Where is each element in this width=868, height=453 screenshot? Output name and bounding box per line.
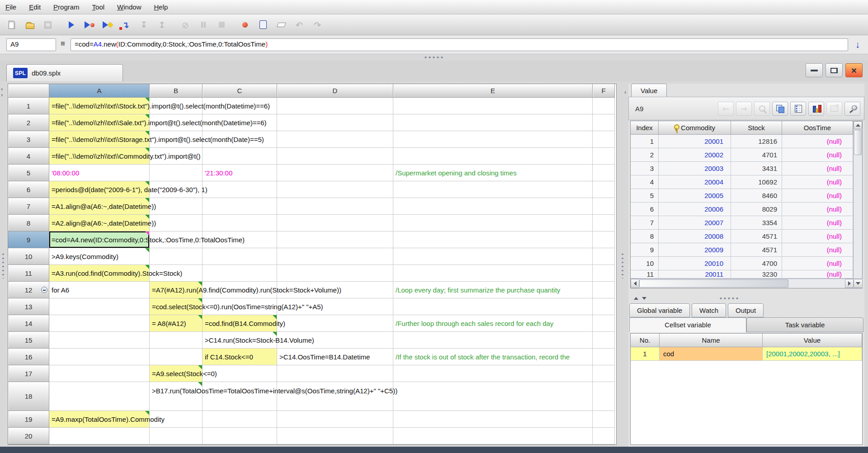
cell-F20[interactable]	[593, 428, 615, 444]
row-header-17[interactable]: 17	[8, 365, 49, 382]
column-header-E[interactable]: E	[393, 84, 593, 98]
cell-C11[interactable]	[203, 265, 277, 282]
cell-C5[interactable]: '21:30:00	[203, 165, 277, 181]
scroll-down-button[interactable]	[854, 279, 863, 288]
horizontal-splitter[interactable]	[0, 54, 868, 61]
scrollbar-thumb[interactable]	[639, 279, 788, 288]
cell-reference-input[interactable]: A9	[6, 38, 56, 51]
collapse-chevrons-icon[interactable]: ‹›	[1, 86, 3, 98]
cell-A4[interactable]: =file("..\\demo\\zh\\txt\\Commodity.txt"…	[49, 148, 150, 165]
cell-A2[interactable]: =file("..\\demo\\zh\\txt\\Sale.txt").imp…	[49, 114, 150, 131]
cell-A1[interactable]: =file("..\\demo\\zh\\txt\\Stock.txt").im…	[49, 98, 150, 114]
cell-E18[interactable]	[393, 382, 593, 411]
cell-B18[interactable]: >B17.run(TotalOosTime=TotalOosTime+inter…	[150, 382, 203, 411]
value-column-header-stock[interactable]: Stock	[731, 121, 782, 135]
cell-F1[interactable]	[593, 98, 615, 114]
run-icon[interactable]	[64, 18, 79, 32]
value-column-header-oostime[interactable]: OosTime	[782, 121, 853, 135]
cell-D16[interactable]: >C14.OosTime=B14.Datetime	[277, 349, 393, 365]
cell-A9[interactable]: =cod=A4.new(ID:Commodity,0:Stock,:OosTim…	[49, 231, 150, 248]
row-header-4[interactable]: 4	[8, 148, 49, 165]
formula-input[interactable]: =cod=A4.new(ID:Commodity,0:Stock,:OosTim…	[71, 38, 848, 51]
cell-D5[interactable]	[277, 165, 393, 181]
column-header-C[interactable]: C	[203, 84, 277, 98]
row-header-12[interactable]: 12	[8, 282, 49, 298]
cell-F6[interactable]	[593, 181, 615, 198]
row-header-2[interactable]: 2	[8, 114, 49, 131]
cell-B13[interactable]: =cod.select(Stock<=0).run(OosTime=string…	[150, 298, 203, 315]
cell-E3[interactable]	[393, 131, 593, 148]
cell-F15[interactable]	[593, 332, 615, 349]
cell-C8[interactable]	[203, 215, 277, 231]
cell-E10[interactable]	[393, 248, 593, 265]
cell-F7[interactable]	[593, 198, 615, 215]
cell-E7[interactable]	[393, 198, 593, 215]
pin-button[interactable]	[844, 102, 860, 116]
cell-D14[interactable]	[277, 315, 393, 332]
cell-E1[interactable]	[393, 98, 593, 114]
cell-F9[interactable]	[593, 231, 615, 248]
cell-F10[interactable]	[593, 248, 615, 265]
cell-C4[interactable]	[203, 148, 277, 165]
cell-D9[interactable]	[277, 231, 393, 248]
menu-file[interactable]: File	[5, 3, 16, 11]
cell-D4[interactable]	[277, 148, 393, 165]
cell-A12[interactable]: for A6	[49, 282, 150, 298]
row-header-15[interactable]: 15	[8, 332, 49, 349]
cell-E8[interactable]	[393, 215, 593, 231]
clear-icon[interactable]	[274, 18, 288, 32]
tab-cellset-variable[interactable]: Cellset variable	[629, 317, 746, 332]
row-header-6[interactable]: 6	[8, 181, 49, 198]
variable-column-header-name[interactable]: Name	[660, 334, 763, 347]
row-header-20[interactable]: 20	[8, 428, 49, 444]
cell-C6[interactable]	[203, 181, 277, 198]
cell-D8[interactable]	[277, 215, 393, 231]
cell-B12[interactable]: =A7(#A12).run(A9.find(Commodity).run(Sto…	[150, 282, 203, 298]
value-column-header-commodity[interactable]: Commodity	[659, 121, 731, 135]
cell-F13[interactable]	[593, 298, 615, 315]
row-header-9[interactable]: 9	[8, 231, 49, 248]
cell-F4[interactable]	[593, 148, 615, 165]
cell-D3[interactable]	[277, 131, 393, 148]
row-header-5[interactable]: 5	[8, 165, 49, 181]
cell-D6[interactable]	[277, 181, 393, 198]
horizontal-scrollbar[interactable]	[631, 278, 863, 288]
menu-window[interactable]: Window	[117, 3, 141, 11]
tab-output[interactable]: Output	[728, 303, 764, 317]
cell-A17[interactable]	[49, 365, 150, 382]
variable-column-header-no-[interactable]: No.	[631, 334, 660, 347]
cell-E16[interactable]: /If the stock is out of stock after the …	[393, 349, 593, 365]
row-header-11[interactable]: 11	[8, 265, 49, 282]
cell-F19[interactable]	[593, 411, 615, 428]
cell-D20[interactable]	[277, 428, 393, 444]
cell-F14[interactable]	[593, 315, 615, 332]
value-variables-splitter[interactable]	[628, 294, 864, 302]
row-header-8[interactable]: 8	[8, 215, 49, 231]
copy-button[interactable]	[772, 102, 788, 116]
run-current-icon[interactable]	[100, 18, 115, 32]
cell-E15[interactable]	[393, 332, 593, 349]
panel-collapse-icon[interactable]: ‹	[624, 89, 626, 95]
new-file-icon[interactable]	[5, 18, 19, 32]
scrollbar-thumb[interactable]	[854, 130, 862, 155]
cell-A8[interactable]: =A2.align@a(A6:~,date(Datetime))	[49, 215, 150, 231]
tab-watch[interactable]: Watch	[692, 303, 726, 317]
cell-C16[interactable]: if C14.Stock<=0	[203, 349, 277, 365]
cell-E13[interactable]	[393, 298, 593, 315]
cell-F3[interactable]	[593, 131, 615, 148]
cell-D17[interactable]	[277, 365, 393, 382]
cell-B20[interactable]	[150, 428, 203, 444]
menu-help[interactable]: Help	[154, 3, 168, 11]
splitter-collapse-buttons[interactable]	[634, 297, 646, 300]
column-header-D[interactable]: D	[277, 84, 393, 98]
menu-edit[interactable]: Edit	[29, 3, 41, 11]
cell-C14[interactable]: =cod.find(B14.Commodity)	[203, 315, 277, 332]
cell-D1[interactable]	[277, 98, 393, 114]
cell-B10[interactable]	[150, 248, 203, 265]
cell-B8[interactable]	[150, 215, 203, 231]
formula-expand-button[interactable]: ↓	[852, 39, 863, 51]
cell-D11[interactable]	[277, 265, 393, 282]
cell-A19[interactable]: =A9.maxp(TotalOosTime).Commodity	[49, 411, 150, 428]
collapse-button-row-12[interactable]	[41, 287, 47, 293]
cell-D10[interactable]	[277, 248, 393, 265]
